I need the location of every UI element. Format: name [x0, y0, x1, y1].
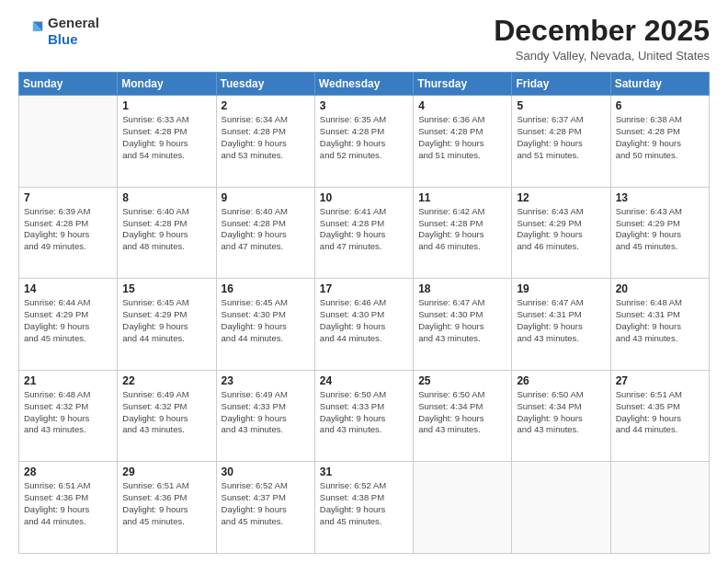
day-number: 12	[517, 191, 605, 204]
day-info: Sunrise: 6:44 AMSunset: 4:29 PMDaylight:…	[24, 297, 112, 344]
calendar-cell: 8Sunrise: 6:40 AMSunset: 4:28 PMDaylight…	[118, 187, 216, 279]
month-title: December 2025	[494, 15, 710, 47]
day-info: Sunrise: 6:49 AMSunset: 4:32 PMDaylight:…	[122, 389, 210, 436]
day-info: Sunrise: 6:41 AMSunset: 4:28 PMDaylight:…	[320, 206, 408, 253]
calendar-cell: 1Sunrise: 6:33 AMSunset: 4:28 PMDaylight…	[118, 96, 216, 188]
day-info: Sunrise: 6:33 AMSunset: 4:28 PMDaylight:…	[122, 114, 210, 161]
day-number: 16	[222, 282, 310, 295]
day-number: 9	[222, 191, 310, 204]
day-number: 15	[122, 282, 210, 295]
day-header-tuesday: Tuesday	[216, 73, 314, 96]
calendar-week-2: 7Sunrise: 6:39 AMSunset: 4:28 PMDaylight…	[19, 187, 710, 279]
day-info: Sunrise: 6:36 AMSunset: 4:28 PMDaylight:…	[418, 114, 506, 161]
calendar-cell: 24Sunrise: 6:50 AMSunset: 4:33 PMDayligh…	[314, 370, 413, 462]
day-info: Sunrise: 6:39 AMSunset: 4:28 PMDaylight:…	[24, 206, 112, 253]
day-info: Sunrise: 6:42 AMSunset: 4:28 PMDaylight:…	[418, 206, 506, 253]
calendar-cell: 6Sunrise: 6:38 AMSunset: 4:28 PMDaylight…	[610, 96, 709, 188]
day-info: Sunrise: 6:47 AMSunset: 4:30 PMDaylight:…	[418, 297, 506, 344]
calendar-week-4: 21Sunrise: 6:48 AMSunset: 4:32 PMDayligh…	[19, 370, 710, 462]
day-header-thursday: Thursday	[414, 73, 512, 96]
calendar-header-row: SundayMondayTuesdayWednesdayThursdayFrid…	[19, 73, 710, 96]
day-number: 21	[24, 374, 112, 387]
calendar-cell: 29Sunrise: 6:51 AMSunset: 4:36 PMDayligh…	[118, 462, 216, 554]
day-info: Sunrise: 6:43 AMSunset: 4:29 PMDaylight:…	[517, 206, 605, 253]
calendar-cell: 25Sunrise: 6:50 AMSunset: 4:34 PMDayligh…	[414, 370, 512, 462]
day-header-sunday: Sunday	[19, 73, 118, 96]
calendar-cell	[610, 462, 709, 554]
calendar-cell: 18Sunrise: 6:47 AMSunset: 4:30 PMDayligh…	[414, 279, 512, 371]
day-info: Sunrise: 6:40 AMSunset: 4:28 PMDaylight:…	[122, 206, 210, 253]
page: General Blue December 2025 Sandy Valley,…	[0, 0, 728, 563]
calendar-cell: 4Sunrise: 6:36 AMSunset: 4:28 PMDaylight…	[414, 96, 512, 188]
header: General Blue December 2025 Sandy Valley,…	[18, 15, 710, 63]
calendar-cell: 15Sunrise: 6:45 AMSunset: 4:29 PMDayligh…	[118, 279, 216, 371]
calendar-cell: 14Sunrise: 6:44 AMSunset: 4:29 PMDayligh…	[19, 279, 118, 371]
day-info: Sunrise: 6:46 AMSunset: 4:30 PMDaylight:…	[320, 297, 408, 344]
day-info: Sunrise: 6:37 AMSunset: 4:28 PMDaylight:…	[517, 114, 605, 161]
day-info: Sunrise: 6:51 AMSunset: 4:35 PMDaylight:…	[616, 389, 704, 436]
day-number: 2	[222, 99, 310, 112]
calendar-cell: 10Sunrise: 6:41 AMSunset: 4:28 PMDayligh…	[314, 187, 413, 279]
day-info: Sunrise: 6:45 AMSunset: 4:29 PMDaylight:…	[122, 297, 210, 344]
calendar-cell: 5Sunrise: 6:37 AMSunset: 4:28 PMDaylight…	[512, 96, 610, 188]
day-number: 22	[122, 374, 210, 387]
day-number: 1	[122, 99, 210, 112]
calendar-cell	[414, 462, 512, 554]
calendar-cell: 21Sunrise: 6:48 AMSunset: 4:32 PMDayligh…	[19, 370, 118, 462]
calendar-cell: 20Sunrise: 6:48 AMSunset: 4:31 PMDayligh…	[610, 279, 709, 371]
day-info: Sunrise: 6:50 AMSunset: 4:34 PMDaylight:…	[517, 389, 605, 436]
day-number: 28	[24, 465, 112, 478]
day-number: 6	[616, 99, 704, 112]
day-number: 17	[320, 282, 408, 295]
day-number: 5	[517, 99, 605, 112]
calendar-cell: 2Sunrise: 6:34 AMSunset: 4:28 PMDaylight…	[216, 96, 314, 188]
calendar-week-3: 14Sunrise: 6:44 AMSunset: 4:29 PMDayligh…	[19, 279, 710, 371]
day-info: Sunrise: 6:45 AMSunset: 4:30 PMDaylight:…	[222, 297, 310, 344]
day-header-friday: Friday	[512, 73, 610, 96]
day-number: 8	[122, 191, 210, 204]
day-info: Sunrise: 6:50 AMSunset: 4:33 PMDaylight:…	[320, 389, 408, 436]
calendar-cell: 12Sunrise: 6:43 AMSunset: 4:29 PMDayligh…	[512, 187, 610, 279]
day-number: 19	[517, 282, 605, 295]
logo-general: General	[48, 15, 99, 31]
day-number: 23	[222, 374, 310, 387]
calendar-cell: 7Sunrise: 6:39 AMSunset: 4:28 PMDaylight…	[19, 187, 118, 279]
day-info: Sunrise: 6:49 AMSunset: 4:33 PMDaylight:…	[222, 389, 310, 436]
calendar-cell: 9Sunrise: 6:40 AMSunset: 4:28 PMDaylight…	[216, 187, 314, 279]
calendar-cell: 23Sunrise: 6:49 AMSunset: 4:33 PMDayligh…	[216, 370, 314, 462]
day-header-saturday: Saturday	[610, 73, 709, 96]
day-number: 25	[418, 374, 506, 387]
title-block: December 2025 Sandy Valley, Nevada, Unit…	[494, 15, 710, 63]
location: Sandy Valley, Nevada, United States	[494, 49, 710, 63]
day-number: 18	[418, 282, 506, 295]
calendar-cell: 13Sunrise: 6:43 AMSunset: 4:29 PMDayligh…	[610, 187, 709, 279]
day-number: 10	[320, 191, 408, 204]
day-info: Sunrise: 6:51 AMSunset: 4:36 PMDaylight:…	[122, 480, 210, 527]
calendar-cell: 28Sunrise: 6:51 AMSunset: 4:36 PMDayligh…	[19, 462, 118, 554]
calendar-cell: 19Sunrise: 6:47 AMSunset: 4:31 PMDayligh…	[512, 279, 610, 371]
day-number: 30	[222, 465, 310, 478]
day-number: 29	[122, 465, 210, 478]
day-header-wednesday: Wednesday	[314, 73, 413, 96]
day-info: Sunrise: 6:52 AMSunset: 4:37 PMDaylight:…	[222, 480, 310, 527]
day-number: 20	[616, 282, 704, 295]
day-number: 11	[418, 191, 506, 204]
calendar-week-1: 1Sunrise: 6:33 AMSunset: 4:28 PMDaylight…	[19, 96, 710, 188]
day-info: Sunrise: 6:40 AMSunset: 4:28 PMDaylight:…	[222, 206, 310, 253]
calendar-cell: 16Sunrise: 6:45 AMSunset: 4:30 PMDayligh…	[216, 279, 314, 371]
day-number: 7	[24, 191, 112, 204]
day-number: 14	[24, 282, 112, 295]
calendar-cell: 22Sunrise: 6:49 AMSunset: 4:32 PMDayligh…	[118, 370, 216, 462]
day-number: 31	[320, 465, 408, 478]
logo-text: General Blue	[48, 15, 99, 48]
day-info: Sunrise: 6:52 AMSunset: 4:38 PMDaylight:…	[320, 480, 408, 527]
calendar-cell: 26Sunrise: 6:50 AMSunset: 4:34 PMDayligh…	[512, 370, 610, 462]
day-info: Sunrise: 6:38 AMSunset: 4:28 PMDaylight:…	[616, 114, 704, 161]
day-number: 27	[616, 374, 704, 387]
calendar-cell: 27Sunrise: 6:51 AMSunset: 4:35 PMDayligh…	[610, 370, 709, 462]
day-number: 13	[616, 191, 704, 204]
day-number: 24	[320, 374, 408, 387]
logo-blue: Blue	[48, 31, 99, 48]
calendar-cell: 30Sunrise: 6:52 AMSunset: 4:37 PMDayligh…	[216, 462, 314, 554]
calendar: SundayMondayTuesdayWednesdayThursdayFrid…	[18, 72, 710, 554]
